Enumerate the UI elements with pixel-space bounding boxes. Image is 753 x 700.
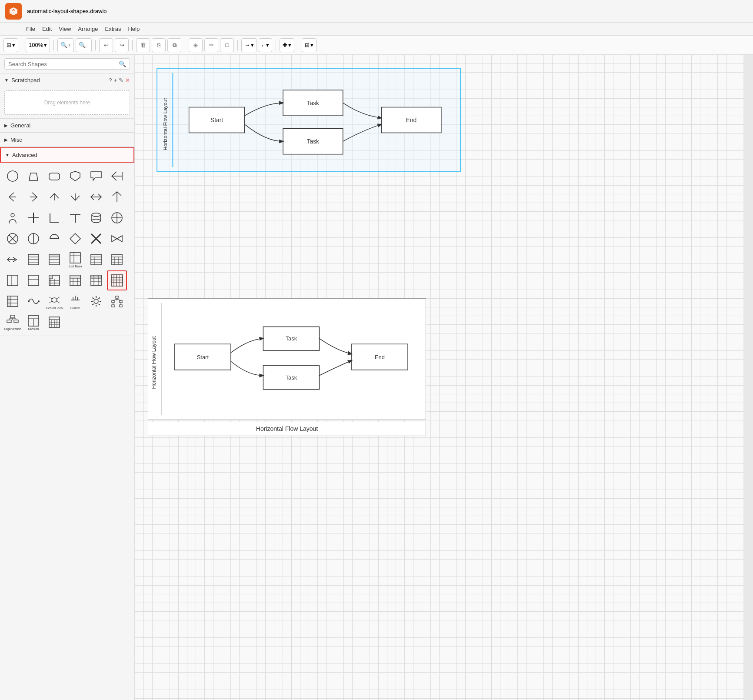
shape-swimlane-v[interactable] — [3, 270, 23, 290]
shape-half-circle-circle[interactable] — [23, 229, 43, 249]
shape-arrow-up[interactable] — [44, 187, 64, 207]
line-button[interactable]: ✏ — [204, 38, 218, 52]
shape-network[interactable] — [44, 270, 64, 290]
shape-table3[interactable] — [86, 270, 106, 290]
shape-callout[interactable] — [86, 166, 106, 186]
general-header[interactable]: ▶ General — [0, 119, 134, 133]
zoom-out-button[interactable]: 🔍− — [76, 38, 92, 52]
shape-circle-cross[interactable] — [107, 208, 127, 228]
shape-table5[interactable] — [44, 312, 64, 332]
misc-header[interactable]: ▶ Misc — [0, 133, 134, 147]
shape-table4[interactable] — [3, 291, 23, 311]
menu-help[interactable]: Help — [124, 24, 143, 33]
search-box[interactable]: 🔍 — [4, 58, 130, 70]
shape-organization[interactable]: Organization — [3, 312, 23, 332]
shape-button[interactable]: □ — [220, 38, 234, 52]
menu-extras[interactable]: Extras — [102, 24, 125, 33]
scratchpad-help-button[interactable]: ? — [109, 77, 112, 83]
shape-cylinder[interactable] — [86, 208, 106, 228]
svg-text:End: End — [406, 117, 416, 123]
shape-arrow-left[interactable] — [3, 187, 23, 207]
toolbar-separator-2 — [53, 40, 54, 50]
svg-point-1 — [7, 171, 18, 181]
shape-arrow-down[interactable] — [65, 187, 85, 207]
layout-button[interactable]: ⊞ ▾ — [3, 38, 18, 52]
shape-cross[interactable] — [23, 208, 43, 228]
svg-rect-55 — [70, 275, 80, 278]
shape-diamond[interactable] — [65, 229, 85, 249]
sidebar: 🔍 ▼ Scratchpad ? + ✎ ✕ Drag elements her… — [0, 55, 135, 700]
scratchpad-header[interactable]: ▼ Scratchpad ? + ✎ ✕ — [0, 73, 134, 87]
shape-double-arrow-left[interactable] — [107, 166, 127, 186]
general-label: General — [10, 122, 30, 129]
shapes-grid: List Item — [0, 163, 134, 336]
svg-rect-89 — [120, 300, 122, 303]
shape-double-horiz-arrow[interactable] — [86, 187, 106, 207]
menu-arrange[interactable]: Arrange — [74, 24, 101, 33]
copy-button[interactable]: ⎘ — [152, 38, 166, 52]
shape-t-shape[interactable] — [65, 208, 85, 228]
toolbar-separator-3 — [95, 40, 96, 50]
diagram2-container[interactable]: Horizontal Flow Layout Start Task Task E… — [148, 298, 426, 420]
canvas-inner[interactable]: Horizontal Flow Layout Start Task Task E… — [135, 55, 743, 700]
shape-shield[interactable] — [65, 166, 85, 186]
shape-table2[interactable] — [65, 270, 85, 290]
shape-tree[interactable] — [107, 291, 127, 311]
shape-bowtie[interactable] — [107, 229, 127, 249]
shape-rounded-rect[interactable] — [44, 166, 64, 186]
redo-icon: ↪ — [120, 42, 124, 48]
connection-button[interactable]: → ▾ — [241, 38, 257, 52]
shape-x-circle[interactable] — [3, 229, 23, 249]
shape-division[interactable]: Division — [23, 312, 43, 332]
menu-edit[interactable]: Edit — [39, 24, 55, 33]
zoom-control[interactable]: 100% ▾ — [26, 38, 50, 52]
shape-connector[interactable] — [23, 291, 43, 311]
shape-table-h[interactable] — [86, 250, 106, 270]
svg-point-77 — [52, 298, 57, 302]
table-button[interactable]: ⊞ ▾ — [302, 38, 317, 52]
shape-arrow-right[interactable] — [23, 187, 43, 207]
waypoint-button[interactable]: ⌐ ▾ — [259, 38, 272, 52]
shape-table-v[interactable] — [107, 250, 127, 270]
connection-dropdown-arrow: ▾ — [251, 42, 254, 48]
app-title: automatic-layout-shapes.drawio — [27, 8, 107, 14]
scratchpad-edit-button[interactable]: ✎ — [119, 77, 123, 83]
canvas[interactable]: Horizontal Flow Layout Start Task Task E… — [135, 55, 753, 700]
svg-point-75 — [28, 300, 30, 302]
shape-grid-selected[interactable] — [107, 270, 127, 290]
diagram1-container[interactable]: Horizontal Flow Layout Start Task Task E… — [157, 68, 461, 172]
svg-text:Start: Start — [197, 354, 209, 360]
shape-circle[interactable] — [3, 166, 23, 186]
shape-trapezoid[interactable] — [23, 166, 43, 186]
shape-gear[interactable] — [86, 291, 106, 311]
shape-arrows-right[interactable] — [3, 250, 23, 270]
menu-view[interactable]: View — [55, 24, 74, 33]
insert-button[interactable]: ✚ ▾ — [280, 38, 294, 52]
menu-file[interactable]: File — [23, 24, 39, 33]
shape-central-idea[interactable]: Central Idea — [44, 291, 64, 311]
search-input[interactable] — [8, 61, 116, 67]
shape-list-item[interactable]: List Item — [65, 250, 85, 270]
svg-point-86 — [94, 299, 98, 303]
shape-x-shape[interactable] — [86, 229, 106, 249]
drag-drop-area[interactable]: Drag elements here — [4, 90, 130, 115]
scratchpad-add-button[interactable]: + — [113, 77, 117, 83]
redo-button[interactable]: ↪ — [115, 38, 129, 52]
shape-swimlane-h[interactable] — [23, 270, 43, 290]
shape-person[interactable] — [3, 208, 23, 228]
shape-branch[interactable]: Branch — [65, 291, 85, 311]
delete-button[interactable]: 🗑 — [136, 38, 150, 52]
shape-up-arrow2[interactable] — [107, 187, 127, 207]
advanced-header[interactable]: ▼ Advanced — [0, 147, 134, 163]
svg-point-0 — [13, 10, 15, 12]
shape-half-circle[interactable] — [44, 229, 64, 249]
shape-table-list[interactable] — [44, 250, 64, 270]
shape-list-box[interactable] — [23, 250, 43, 270]
fill-button[interactable]: ◈ — [189, 38, 203, 52]
undo-button[interactable]: ↩ — [99, 38, 113, 52]
paste-button[interactable]: ⧉ — [167, 38, 181, 52]
search-icon[interactable]: 🔍 — [119, 60, 126, 67]
shape-corner[interactable] — [44, 208, 64, 228]
scratchpad-close-button[interactable]: ✕ — [125, 77, 130, 83]
zoom-in-button[interactable]: 🔍+ — [57, 38, 74, 52]
